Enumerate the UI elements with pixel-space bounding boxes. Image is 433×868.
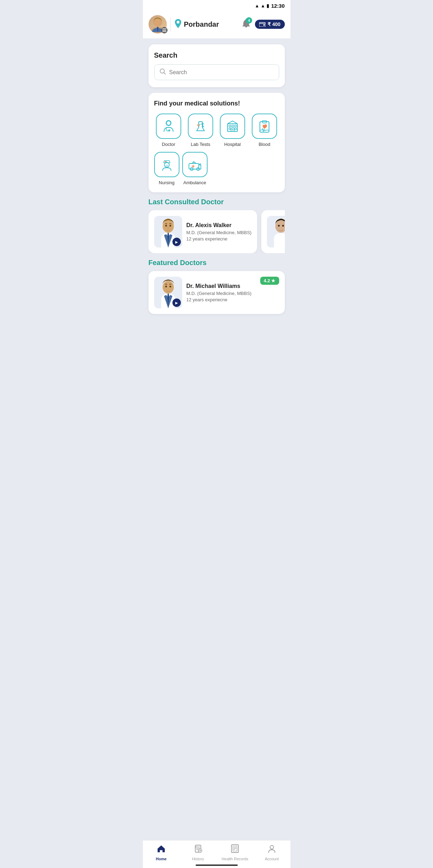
services-row2: Nursing [154,152,279,185]
svg-rect-24 [235,125,236,127]
last-consulted-title: Last Consulted Doctor [149,198,285,206]
doctor-icon-box [156,114,181,139]
search-title: Search [154,51,279,59]
doctor-2-avatar [267,216,284,247]
last-consulted-scroll: ▶ Dr. Alexis Walker M.D. (General Medici… [149,210,285,253]
last-consulted-doctor-specialty: M.D. (General Medicine, MBBS) [186,230,252,235]
service-doctor[interactable]: Doctor [154,114,183,147]
svg-point-12 [166,121,171,126]
nav-home-label: Home [156,857,167,861]
ambulance-label: Ambulance [183,180,206,185]
header-right: 4 ₹ 400 [242,19,284,30]
svg-point-51 [282,225,284,227]
nursing-label: Nursing [159,180,175,185]
search-icon [159,68,166,76]
nav-account-label: Account [265,857,279,861]
wallet-button[interactable]: ₹ 400 [255,20,284,29]
nav-health-records[interactable]: Health Records [217,844,254,861]
featured-doctor-info: Dr. Michael Williams M.D. (General Medic… [186,283,279,302]
svg-point-57 [196,847,196,847]
last-consulted-doctor-info: Dr. Alexis Walker M.D. (General Medicine… [186,222,252,242]
status-icons: ▲ ▲ ▮ [255,3,269,8]
service-nursing[interactable]: Nursing [154,152,179,185]
last-consulted-doctor-card[interactable]: ▶ Dr. Alexis Walker M.D. (General Medici… [149,210,257,253]
featured-video-badge: ▶ [172,298,181,307]
featured-doctor-avatar: ▶ [154,277,182,308]
lab-tests-icon-box [188,114,213,139]
svg-point-54 [165,286,167,288]
health-records-icon [230,844,240,855]
featured-doctors-section: Featured Doctors ▶ [149,259,285,314]
services-grid: Doctor Lab Tests [154,114,279,147]
video-badge: ▶ [172,238,181,246]
notification-badge: 4 [246,17,252,24]
featured-doctor-exp: 12 years experiecne [186,297,279,302]
nav-health-records-label: Health Records [222,857,248,861]
wallet-amount: ₹ 400 [268,21,280,27]
featured-doctor-card[interactable]: ▶ Dr. Michael Williams M.D. (General Med… [149,271,285,314]
service-blood[interactable]: Blood [250,114,279,147]
main-content: Search Find your medical solutions! [143,39,290,346]
status-time: 12:30 [271,3,284,9]
svg-point-55 [169,286,171,288]
hospital-label: Hospital [224,142,241,147]
svg-point-50 [278,225,280,227]
search-input-wrap[interactable] [154,64,279,80]
featured-doctor-rating: 4.2 ★ [260,277,279,285]
svg-rect-3 [162,28,166,29]
nav-home[interactable]: Home [143,844,180,861]
svg-line-11 [164,73,165,74]
svg-point-35 [164,162,169,167]
svg-point-6 [177,21,179,24]
hospital-icon-box [220,114,245,139]
service-hospital[interactable]: Hospital [218,114,247,147]
doctor-label: Doctor [162,142,175,147]
solutions-card: Find your medical solutions! Doctor [149,93,285,192]
svg-rect-5 [162,31,166,32]
user-avatar[interactable] [149,15,167,33]
blood-label: Blood [258,142,270,147]
blood-icon-box [252,114,277,139]
location-selector[interactable]: Porbandar [174,19,238,30]
svg-point-13 [166,121,171,125]
nav-history[interactable]: History [180,844,217,861]
location-name: Porbandar [184,20,219,28]
service-ambulance[interactable]: Ambulance [182,152,208,185]
last-consulted-doctor-name: Dr. Alexis Walker [186,222,252,229]
svg-point-37 [167,165,168,165]
svg-point-10 [160,69,164,73]
last-consulted-doctor-exp: 12 years experiecne [186,236,252,242]
svg-rect-26 [235,128,236,130]
last-consulted-section: Last Consulted Doctor [149,198,285,253]
nav-account[interactable]: Account [254,844,290,861]
svg-rect-4 [162,30,166,31]
svg-point-36 [166,165,166,165]
lab-tests-label: Lab Tests [191,142,210,147]
header-divider [170,17,171,31]
menu-icon[interactable] [161,27,168,33]
history-icon [193,844,203,855]
notification-button[interactable]: 4 [242,19,251,30]
wifi-icon: ▲ [255,3,259,8]
bottom-indicator [196,864,238,866]
ambulance-icon-box [182,152,208,177]
battery-icon: ▮ [267,3,269,8]
wallet-icon [259,22,265,27]
search-card: Search [149,44,285,87]
svg-rect-22 [229,125,231,127]
last-consulted-doctor-card-2[interactable] [261,210,284,253]
svg-rect-9 [263,24,265,26]
app-header: Porbandar 4 ₹ 400 [143,12,290,39]
featured-doctors-title: Featured Doctors [149,259,285,267]
service-lab-tests[interactable]: Lab Tests [186,114,215,147]
signal-icon: ▲ [261,3,265,8]
nursing-icon-box [154,152,179,177]
search-input[interactable] [169,69,274,76]
svg-point-46 [165,225,167,227]
bottom-navigation: Home History Health Re [143,840,290,868]
svg-point-47 [169,225,171,227]
featured-doctor-specialty: M.D. (General Medicine, MBBS) [186,291,279,296]
account-icon [267,844,276,855]
svg-point-66 [270,846,274,849]
status-bar: ▲ ▲ ▮ 12:30 [143,0,290,12]
